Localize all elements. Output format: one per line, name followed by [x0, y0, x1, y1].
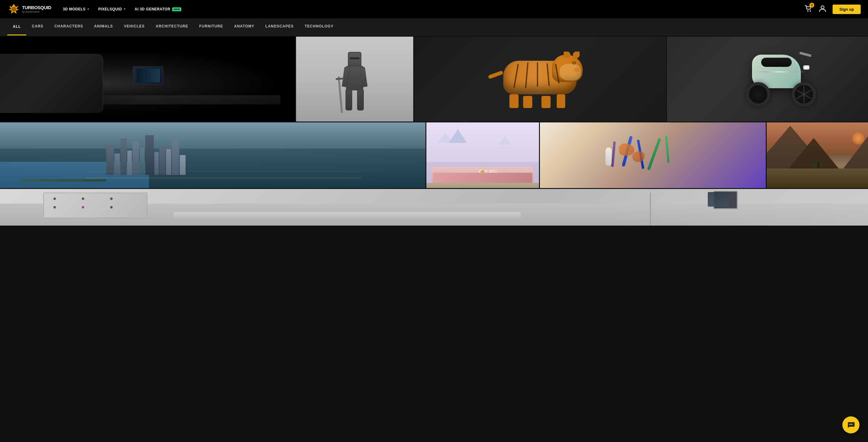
logo-text-area: TURBOSQUID by shutterstock: [22, 5, 51, 13]
cat-item-furniture[interactable]: FURNITURE: [194, 18, 228, 35]
cat-item-architecture[interactable]: ARCHITECTURE: [150, 18, 194, 35]
grid-item-medical[interactable]: [0, 189, 868, 226]
user-icon: [818, 5, 827, 12]
signup-button[interactable]: Sign up: [833, 5, 861, 14]
grid-item-scooter[interactable]: [667, 37, 868, 122]
cat-item-cars[interactable]: CARS: [26, 18, 49, 35]
grid-item-city[interactable]: [0, 122, 426, 188]
cart-button[interactable]: 0: [805, 5, 812, 14]
nav-item-pixelsquid[interactable]: PIXELSQUID ▼: [98, 7, 126, 11]
main-content: [0, 35, 868, 226]
main-nav: 3D MODELS ▼ PIXELSQUID ▼ AI 3D GENERATOR…: [63, 7, 795, 11]
cat-item-animals[interactable]: ANIMALS: [89, 18, 118, 35]
new-badge: NEW: [172, 7, 181, 11]
nav-item-ai-generator[interactable]: AI 3D GENERATOR NEW: [134, 7, 181, 11]
grid-item-anatomy[interactable]: [540, 122, 766, 188]
cat-item-characters[interactable]: CHARACTERS: [49, 18, 89, 35]
grid-row-3: [0, 189, 868, 226]
nav-item-3d-models[interactable]: 3D MODELS ▼: [63, 7, 90, 11]
svg-point-2: [11, 7, 16, 11]
cat-item-anatomy[interactable]: ANATOMY: [228, 18, 260, 35]
grid-item-bedroom[interactable]: [426, 122, 539, 188]
svg-point-4: [810, 10, 811, 11]
header-right: 0 Sign up: [805, 5, 861, 14]
cat-item-all[interactable]: ALL: [7, 19, 26, 35]
chevron-down-icon-2: ▼: [123, 8, 126, 11]
grid-item-tiger[interactable]: [414, 37, 666, 122]
grid-row-1: [0, 37, 868, 122]
grid-item-car-interior[interactable]: [0, 37, 295, 122]
header: TURBOSQUID by shutterstock 3D MODELS ▼ P…: [0, 0, 868, 18]
grid-item-knight[interactable]: [296, 37, 413, 122]
turbosquid-logo-icon: [7, 3, 20, 15]
svg-point-3: [807, 10, 808, 11]
svg-point-5: [821, 6, 824, 9]
cat-item-vehicles[interactable]: VEHICLES: [118, 18, 150, 35]
cat-item-technology[interactable]: TECHNOLOGY: [299, 18, 339, 35]
grid-item-landscape[interactable]: [767, 122, 868, 188]
category-nav: ALL CARS CHARACTERS ANIMALS VEHICLES ARC…: [0, 18, 868, 35]
logo-main-text: TURBOSQUID: [22, 5, 51, 10]
cat-item-landscapes[interactable]: LANDSCAPES: [260, 18, 300, 35]
logo-sub-text: by shutterstock: [22, 10, 51, 13]
grid-row-2: [0, 122, 868, 188]
chevron-down-icon: ▼: [87, 8, 90, 11]
cart-badge: 0: [809, 3, 814, 8]
user-profile-button[interactable]: [818, 5, 827, 14]
logo[interactable]: TURBOSQUID by shutterstock: [7, 3, 53, 15]
